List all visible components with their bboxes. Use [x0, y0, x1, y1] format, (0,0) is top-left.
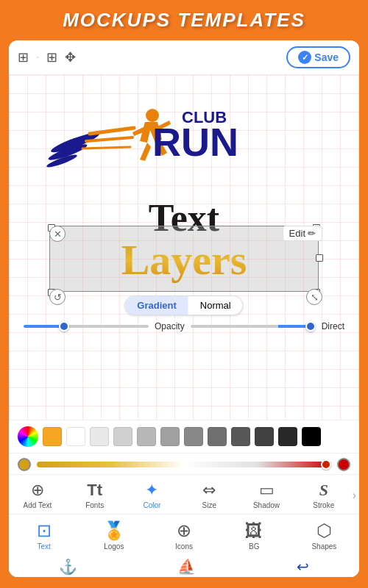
color-icon: ✦ — [145, 481, 158, 500]
tool-stroke[interactable]: S Stroke — [295, 478, 353, 512]
color-swatch-3[interactable] — [113, 427, 132, 446]
gradient-option[interactable]: Gradient — [125, 296, 188, 315]
nav-text[interactable]: ⊡ Text — [9, 517, 79, 553]
edit-label: Edit — [289, 228, 305, 239]
stroke-icon: S — [319, 481, 328, 500]
gradient-row — [9, 453, 359, 475]
add-text-label: Add Text — [24, 501, 52, 509]
color-swatch-7[interactable] — [208, 427, 227, 446]
anchor-icon[interactable]: ⚓ — [59, 558, 77, 576]
gradient-track[interactable] — [37, 462, 331, 467]
nav-shapes-label: Shapes — [311, 542, 336, 551]
fonts-label: Fonts — [85, 501, 104, 509]
move-icon[interactable]: ✥ — [65, 49, 76, 65]
toolbar: ⊞ · ⊞ ✥ ✓ Save — [9, 40, 359, 75]
color-swatch-10[interactable] — [278, 427, 297, 446]
handle-mid-right[interactable] — [316, 254, 323, 262]
bottom-panel: ⊕ Add Text Tt Fonts ✦ Color ⇔ Size ▭ Sha… — [9, 420, 359, 577]
edit-pencil-icon: ✏ — [308, 228, 316, 239]
nav-text-label: Text — [37, 542, 50, 551]
nav-logos[interactable]: 🏅 Logos — [79, 517, 149, 553]
color-palette-row — [9, 420, 359, 453]
logo-container: CLUB RUN — [31, 90, 266, 188]
tool-fonts[interactable]: Tt Fonts — [66, 478, 124, 512]
canvas-layers-label: Layers — [121, 235, 247, 284]
color-swatch-4[interactable] — [137, 427, 156, 446]
bottom-nav: ⊡ Text 🏅 Logos ⊕ Icons 🖼 BG ⬡ Shapes — [9, 514, 359, 555]
nav-bg[interactable]: 🖼 BG — [219, 517, 289, 553]
tool-size[interactable]: ⇔ Size — [180, 478, 238, 512]
tool-color[interactable]: ✦ Color — [124, 478, 181, 512]
nav-bg-label: BG — [249, 542, 259, 551]
color-label: Color — [144, 501, 161, 509]
rotate-button[interactable]: ↺ — [49, 289, 66, 305]
gradient-right-dot[interactable] — [337, 458, 350, 471]
nav-shapes-icon: ⬡ — [316, 520, 332, 541]
nav-logos-icon: 🏅 — [103, 520, 125, 541]
stroke-label: Stroke — [313, 501, 334, 509]
separator: · — [36, 51, 39, 64]
tool-add-text[interactable]: ⊕ Add Text — [9, 478, 66, 512]
shadow-icon: ▭ — [259, 481, 275, 500]
color-swatch-8[interactable] — [231, 427, 250, 446]
save-label: Save — [314, 51, 339, 63]
color-wheel[interactable] — [18, 426, 38, 447]
opacity-label: Opacity — [155, 321, 185, 331]
direct-thumb[interactable] — [305, 321, 316, 331]
footer-row: ⚓ ⛵ ↩ — [9, 555, 359, 577]
save-check-icon: ✓ — [298, 51, 311, 64]
color-swatch-2[interactable] — [90, 427, 109, 446]
club-run-logo: CLUB RUN — [31, 90, 266, 185]
add-text-icon: ⊕ — [31, 481, 44, 500]
app-title: MOCKUPS TEMPLATES — [63, 9, 305, 32]
nav-text-icon: ⊡ — [37, 520, 52, 541]
svg-text:RUN: RUN — [152, 120, 238, 164]
shadow-label: Shadow — [253, 501, 280, 509]
opacity-row: Opacity Direct — [24, 321, 344, 331]
opacity-slider[interactable] — [24, 325, 149, 328]
gradient-marker[interactable] — [321, 459, 331, 470]
expand-button[interactable]: ⤡ — [306, 289, 322, 305]
edit-button[interactable]: Edit ✏ — [283, 226, 322, 241]
nav-icons-icon: ⊕ — [177, 520, 191, 541]
color-swatch-6[interactable] — [184, 427, 203, 446]
blend-mode-toggle: Gradient Normal — [124, 295, 243, 315]
color-swatch-11[interactable] — [302, 427, 321, 446]
color-swatch-0[interactable] — [43, 427, 62, 446]
nav-shapes[interactable]: ⬡ Shapes — [289, 517, 359, 553]
close-selection-button[interactable]: ✕ — [49, 226, 66, 242]
nav-icons[interactable]: ⊕ Icons — [149, 517, 219, 553]
app-header: MOCKUPS TEMPLATES — [0, 0, 368, 40]
grid-icon[interactable]: ⊞ — [46, 49, 57, 65]
color-swatch-9[interactable] — [255, 427, 274, 446]
gradient-left-dot[interactable] — [18, 458, 31, 471]
nav-bg-icon: 🖼 — [245, 520, 263, 541]
tool-tabs: ⊕ Add Text Tt Fonts ✦ Color ⇔ Size ▭ Sha… — [9, 475, 359, 514]
color-swatch-1[interactable] — [66, 427, 85, 446]
nav-icons-label: Icons — [175, 542, 193, 551]
color-swatch-5[interactable] — [160, 427, 180, 446]
direct-label: Direct — [322, 321, 344, 331]
size-icon: ⇔ — [202, 481, 216, 500]
back-icon[interactable]: ↩ — [297, 558, 309, 576]
more-tools-arrow[interactable]: › — [353, 478, 359, 512]
direct-slider[interactable] — [191, 325, 316, 328]
canvas-area: CLUB RUN Text Layers ✕ Edit ✏ ↺ ⤡ — [9, 75, 359, 420]
opacity-thumb[interactable] — [59, 321, 69, 331]
size-label: Size — [202, 501, 216, 509]
main-card: ⊞ · ⊞ ✥ ✓ Save — [9, 40, 359, 577]
fonts-icon: Tt — [87, 481, 102, 500]
ship-icon[interactable]: ⛵ — [177, 558, 196, 576]
layers-icon[interactable]: ⊞ — [18, 49, 29, 65]
normal-option[interactable]: Normal — [188, 296, 243, 315]
nav-logos-label: Logos — [104, 542, 124, 551]
save-button[interactable]: ✓ Save — [286, 46, 350, 68]
tool-shadow[interactable]: ▭ Shadow — [238, 478, 295, 512]
